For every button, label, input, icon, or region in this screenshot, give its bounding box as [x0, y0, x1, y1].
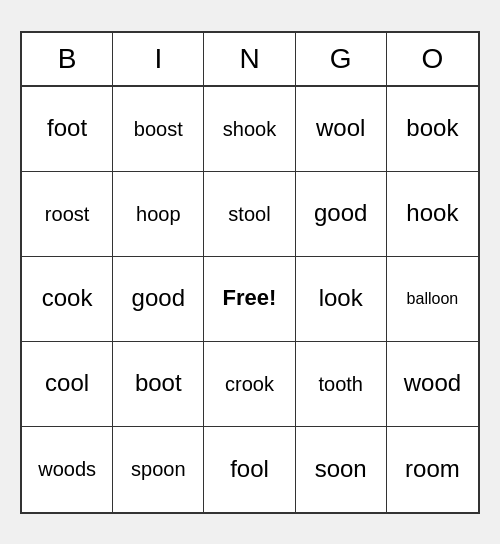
header-letter: N [204, 33, 295, 85]
cell-text: soon [315, 455, 367, 484]
cell-text: room [405, 455, 460, 484]
cell-text: Free! [223, 285, 277, 311]
cell-text: boot [135, 369, 182, 398]
bingo-cell[interactable]: wool [296, 87, 387, 172]
cell-text: hook [406, 199, 458, 228]
bingo-cell[interactable]: foot [22, 87, 113, 172]
cell-text: shook [223, 117, 276, 141]
cell-text: tooth [318, 372, 362, 396]
header-letter: O [387, 33, 478, 85]
cell-text: spoon [131, 457, 186, 481]
bingo-card: BINGO footboostshookwoolbookroosthoopsto… [20, 31, 480, 514]
cell-text: woods [38, 457, 96, 481]
cell-text: cook [42, 284, 93, 313]
bingo-cell[interactable]: stool [204, 172, 295, 257]
bingo-cell[interactable]: hook [387, 172, 478, 257]
bingo-cell[interactable]: tooth [296, 342, 387, 427]
cell-text: crook [225, 372, 274, 396]
cell-text: balloon [407, 289, 459, 308]
bingo-cell[interactable]: spoon [113, 427, 204, 512]
cell-text: wood [404, 369, 461, 398]
cell-text: cool [45, 369, 89, 398]
bingo-cell[interactable]: wood [387, 342, 478, 427]
cell-text: foot [47, 114, 87, 143]
bingo-header: BINGO [22, 33, 478, 87]
header-letter: B [22, 33, 113, 85]
cell-text: hoop [136, 202, 181, 226]
bingo-cell[interactable]: boost [113, 87, 204, 172]
cell-text: stool [228, 202, 270, 226]
bingo-cell[interactable]: good [113, 257, 204, 342]
header-letter: G [296, 33, 387, 85]
bingo-cell[interactable]: boot [113, 342, 204, 427]
bingo-cell[interactable]: soon [296, 427, 387, 512]
cell-text: boost [134, 117, 183, 141]
bingo-cell[interactable]: look [296, 257, 387, 342]
cell-text: good [132, 284, 185, 313]
bingo-cell[interactable]: room [387, 427, 478, 512]
bingo-cell[interactable]: hoop [113, 172, 204, 257]
cell-text: wool [316, 114, 365, 143]
bingo-cell[interactable]: cook [22, 257, 113, 342]
bingo-cell[interactable]: book [387, 87, 478, 172]
cell-text: roost [45, 202, 89, 226]
header-letter: I [113, 33, 204, 85]
cell-text: book [406, 114, 458, 143]
bingo-grid: footboostshookwoolbookroosthoopstoolgood… [22, 87, 478, 512]
bingo-cell[interactable]: Free! [204, 257, 295, 342]
bingo-cell[interactable]: roost [22, 172, 113, 257]
bingo-cell[interactable]: woods [22, 427, 113, 512]
bingo-cell[interactable]: cool [22, 342, 113, 427]
bingo-cell[interactable]: balloon [387, 257, 478, 342]
cell-text: good [314, 199, 367, 228]
bingo-cell[interactable]: fool [204, 427, 295, 512]
bingo-cell[interactable]: shook [204, 87, 295, 172]
bingo-cell[interactable]: crook [204, 342, 295, 427]
cell-text: look [319, 284, 363, 313]
cell-text: fool [230, 455, 269, 484]
bingo-cell[interactable]: good [296, 172, 387, 257]
